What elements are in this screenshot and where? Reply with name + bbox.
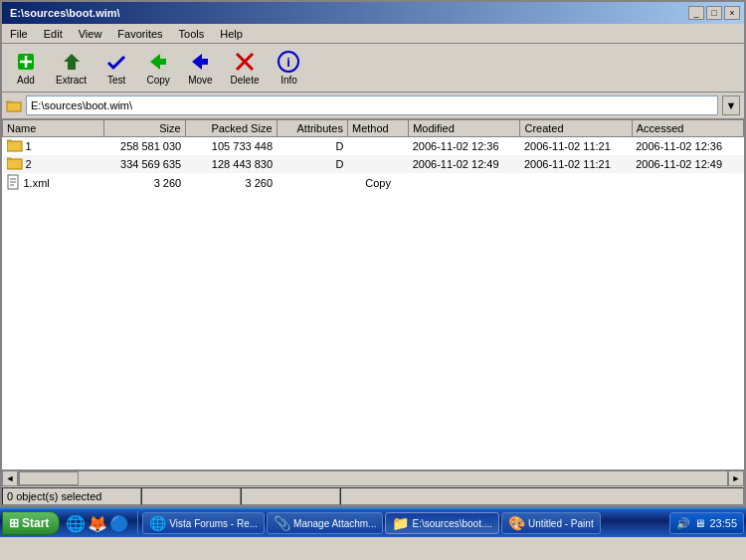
- info-icon: i: [277, 50, 300, 74]
- svg-text:i: i: [287, 55, 291, 70]
- svg-rect-12: [7, 159, 22, 169]
- maximize-button[interactable]: □: [706, 6, 722, 20]
- svg-rect-10: [7, 102, 21, 111]
- status-text: 0 object(s) selected: [7, 490, 101, 502]
- taskbar-icon-forums: 🌐: [149, 515, 166, 531]
- folder-icon: [7, 138, 23, 154]
- taskbar-label-7zip: E:\sources\boot....: [412, 518, 492, 529]
- col-modified[interactable]: Modified: [409, 120, 520, 137]
- file-list: Name Size Packed Size Attributes Method …: [2, 119, 744, 193]
- taskbar-label-attachments: Manage Attachm...: [293, 518, 376, 529]
- taskbar-icon-attachments: 📎: [274, 515, 290, 531]
- menu-favorites[interactable]: Favorites: [109, 26, 170, 42]
- delete-icon: [233, 50, 257, 74]
- taskbar-btn-7zip[interactable]: 📁 E:\sources\boot....: [385, 512, 499, 534]
- status-main: 0 object(s) selected: [2, 487, 141, 505]
- taskbar-btn-attachments[interactable]: 📎 Manage Attachm...: [267, 512, 383, 534]
- cell-method: [347, 155, 408, 173]
- copy-label: Copy: [146, 75, 169, 86]
- taskbar: ⊞ Start 🌐 🦊 🔵 🌐 Vista Forums - Re... 📎 M…: [0, 507, 746, 537]
- scroll-left-button[interactable]: ◄: [2, 470, 18, 486]
- taskbar-label-forums: Vista Forums - Re...: [169, 518, 258, 529]
- cell-method: Copy: [347, 173, 408, 193]
- menu-bar: File Edit View Favorites Tools Help: [2, 24, 744, 44]
- table-row[interactable]: 1 258 581 030 105 733 448 D 2006-11-02 1…: [3, 137, 744, 156]
- tray-time: 23:55: [709, 517, 737, 529]
- cell-accessed: 2006-11-02 12:36: [632, 137, 743, 156]
- table-row[interactable]: 1.xml 3 260 3 260 Copy: [3, 173, 744, 193]
- col-attributes[interactable]: Attributes: [277, 120, 347, 137]
- svg-rect-11: [7, 141, 22, 151]
- folder-icon: [6, 97, 22, 113]
- status-bar: 0 object(s) selected: [2, 485, 744, 505]
- start-label: Start: [22, 516, 49, 530]
- ql-icon-3[interactable]: 🔵: [109, 514, 129, 533]
- move-button[interactable]: Move: [182, 48, 218, 88]
- cell-attributes: D: [277, 155, 347, 173]
- file-list-container[interactable]: Name Size Packed Size Attributes Method …: [2, 119, 744, 469]
- cell-packed-size: 105 733 448: [185, 137, 277, 156]
- scroll-track[interactable]: [18, 470, 728, 486]
- cell-created: 2006-11-02 11:21: [520, 155, 632, 173]
- add-button[interactable]: Add: [8, 48, 44, 88]
- taskbar-right: 🔊 🖥 23:55: [669, 512, 744, 534]
- extract-button[interactable]: Extract: [50, 48, 93, 88]
- main-window: E:\sources\boot.wim\ _ □ × File Edit Vie…: [0, 0, 746, 507]
- col-method[interactable]: Method: [347, 120, 408, 137]
- cell-modified: 2006-11-02 12:49: [409, 155, 520, 173]
- info-button[interactable]: i Info: [271, 48, 306, 88]
- taskbar-icon-paint: 🎨: [508, 515, 525, 531]
- menu-view[interactable]: View: [71, 26, 110, 42]
- cell-created: [520, 173, 632, 193]
- close-button[interactable]: ×: [724, 6, 740, 20]
- cell-packed-size: 128 443 830: [185, 155, 277, 173]
- col-name[interactable]: Name: [3, 120, 104, 137]
- extract-label: Extract: [56, 75, 87, 86]
- col-size[interactable]: Size: [104, 120, 186, 137]
- tray-icon-sound: 🖥: [694, 517, 705, 529]
- taskbar-separator: [137, 511, 138, 535]
- minimize-button[interactable]: _: [688, 6, 704, 20]
- menu-help[interactable]: Help: [212, 26, 251, 42]
- svg-marker-5: [192, 54, 208, 70]
- scroll-right-button[interactable]: ►: [728, 470, 744, 486]
- cell-created: 2006-11-02 11:21: [520, 137, 632, 156]
- cell-size: 3 260: [104, 173, 186, 193]
- status-panel-4: [340, 487, 744, 505]
- svg-marker-4: [150, 54, 166, 70]
- col-packed-size[interactable]: Packed Size: [185, 120, 277, 137]
- test-label: Test: [107, 75, 125, 86]
- scroll-thumb[interactable]: [19, 471, 79, 485]
- status-panel-3: [241, 487, 340, 505]
- cell-name: 1: [3, 137, 104, 156]
- delete-label: Delete: [231, 75, 260, 86]
- col-accessed[interactable]: Accessed: [632, 120, 743, 137]
- test-button[interactable]: Test: [98, 48, 134, 88]
- address-dropdown-button[interactable]: ▼: [722, 95, 740, 115]
- col-created[interactable]: Created: [520, 120, 632, 137]
- extract-icon: [60, 50, 84, 74]
- start-button[interactable]: ⊞ Start: [2, 511, 60, 535]
- tray-icon-network: 🔊: [676, 517, 690, 530]
- title-bar: E:\sources\boot.wim\ _ □ ×: [2, 2, 744, 24]
- taskbar-btn-forums[interactable]: 🌐 Vista Forums - Re...: [142, 512, 265, 534]
- delete-button[interactable]: Delete: [225, 48, 266, 88]
- menu-file[interactable]: File: [2, 26, 36, 42]
- taskbar-btn-paint[interactable]: 🎨 Untitled - Paint: [501, 512, 601, 534]
- ql-icon-2[interactable]: 🦊: [88, 514, 107, 533]
- horizontal-scrollbar[interactable]: ◄ ►: [2, 469, 744, 485]
- cell-size: 334 569 635: [104, 155, 186, 173]
- windows-icon: ⊞: [9, 516, 19, 530]
- cell-packed-size: 3 260: [185, 173, 277, 193]
- move-icon: [188, 50, 212, 74]
- folder-icon: [7, 156, 23, 172]
- menu-tools[interactable]: Tools: [171, 26, 213, 42]
- tray-area: 🔊 🖥 23:55: [669, 512, 744, 534]
- copy-button[interactable]: Copy: [140, 48, 176, 88]
- add-icon: [14, 50, 38, 74]
- address-input[interactable]: [26, 95, 718, 115]
- table-row[interactable]: 2 334 569 635 128 443 830 D 2006-11-02 1…: [3, 155, 744, 173]
- menu-edit[interactable]: Edit: [36, 26, 71, 42]
- cell-accessed: [632, 173, 743, 193]
- ql-icon-1[interactable]: 🌐: [66, 514, 86, 533]
